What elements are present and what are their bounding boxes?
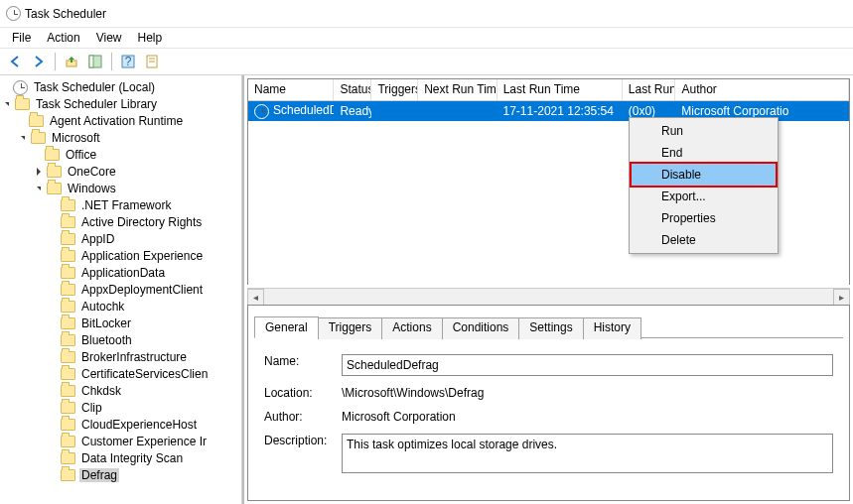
- tab-general[interactable]: General: [254, 316, 319, 338]
- forward-icon: [32, 55, 46, 68]
- tree-node-application-experience[interactable]: Application Experience: [0, 248, 241, 264]
- tree-node-customer-experience-ir[interactable]: Customer Experience Ir: [0, 434, 241, 449]
- toggle-open-icon[interactable]: [0, 98, 13, 111]
- tab-history[interactable]: History: [583, 317, 641, 339]
- description-field[interactable]: [342, 434, 833, 473]
- context-menu-disable[interactable]: Disable: [630, 162, 778, 188]
- back-button[interactable]: [4, 51, 26, 72]
- tree-node-autochk[interactable]: Autochk: [0, 299, 241, 315]
- folder-icon: [47, 166, 62, 178]
- tree-label: Task Scheduler Library: [34, 97, 159, 111]
- tree-label: Office: [64, 148, 98, 162]
- tree-label: Microsoft: [50, 131, 102, 145]
- menu-action[interactable]: Action: [39, 29, 87, 47]
- tab-triggers[interactable]: Triggers: [318, 317, 383, 339]
- tree-pane[interactable]: Task Scheduler (Local)Task Scheduler Lib…: [0, 75, 242, 504]
- details-pane: GeneralTriggersActionsConditionsSettings…: [247, 305, 850, 501]
- menu-view[interactable]: View: [88, 29, 130, 47]
- tree-label: Customer Experience Ir: [79, 435, 209, 448]
- tree-node-brokerinfrastructure[interactable]: BrokerInfrastructure: [0, 349, 241, 365]
- tab-actions[interactable]: Actions: [381, 317, 442, 339]
- toolbar-separator: [55, 53, 56, 70]
- tab-settings[interactable]: Settings: [518, 317, 583, 339]
- folder-icon: [61, 216, 75, 228]
- tree-node-agent-activation-runtime[interactable]: Agent Activation Runtime: [0, 113, 241, 129]
- folder-icon: [47, 183, 62, 194]
- column-header-status[interactable]: Status: [334, 79, 371, 100]
- tree-label: Clip: [79, 401, 104, 415]
- context-menu-properties[interactable]: Properties: [632, 207, 776, 229]
- tree-node-clip[interactable]: Clip: [0, 400, 241, 416]
- horizontal-scrollbar[interactable]: ◂ ▸: [247, 288, 850, 305]
- folder-icon: [15, 98, 30, 110]
- app-icon: [6, 6, 21, 21]
- location-label: Location:: [264, 386, 342, 400]
- tree-node-appid[interactable]: AppID: [0, 231, 241, 247]
- toolbar-separator: [111, 53, 112, 70]
- tree-pane-icon: [88, 55, 102, 68]
- context-menu-end[interactable]: End: [632, 142, 776, 164]
- toggle-open-icon[interactable]: [32, 183, 45, 195]
- tree-label: ApplicationData: [79, 266, 167, 280]
- scroll-left-button[interactable]: ◂: [247, 289, 264, 306]
- tree-node-windows[interactable]: Windows: [0, 181, 241, 196]
- tree-label: OneCore: [66, 165, 118, 179]
- column-header-name[interactable]: Name: [248, 79, 334, 100]
- tab-body-general: Name: Location: \Microsoft\Windows\Defra…: [254, 338, 843, 502]
- cell-next-run-time: [418, 109, 498, 113]
- cell-name: ScheduledD...: [248, 101, 334, 120]
- folder-up-icon: [65, 55, 78, 68]
- folder-icon: [61, 267, 75, 279]
- context-menu-run[interactable]: Run: [632, 120, 776, 142]
- column-header-author[interactable]: Author: [675, 79, 849, 100]
- tree-label: AppID: [79, 232, 116, 246]
- tree-node-microsoft[interactable]: Microsoft: [0, 130, 241, 146]
- folder-icon: [61, 368, 75, 380]
- column-header-last-run-result[interactable]: Last Run Result: [623, 79, 676, 100]
- tree-node-appxdeploymentclient[interactable]: AppxDeploymentClient: [0, 282, 241, 298]
- tree-label: Active Directory Rights: [79, 215, 204, 229]
- context-menu-export-[interactable]: Export...: [632, 186, 776, 207]
- menu-file[interactable]: File: [4, 29, 39, 47]
- tree-node-active-directory-rights[interactable]: Active Directory Rights: [0, 214, 241, 230]
- tree-node-cloudexperiencehost[interactable]: CloudExperienceHost: [0, 417, 241, 433]
- tree-label: CloudExperienceHost: [79, 418, 199, 432]
- help-button[interactable]: ?: [117, 51, 139, 72]
- properties-button[interactable]: [141, 51, 163, 72]
- tree-node-onecore[interactable]: OneCore: [0, 164, 241, 180]
- folder-icon: [61, 402, 75, 414]
- tree-node-data-integrity-scan[interactable]: Data Integrity Scan: [0, 450, 241, 466]
- folder-icon: [29, 115, 44, 127]
- toggle-open-icon[interactable]: [16, 132, 29, 145]
- tree-node-task-scheduler-library[interactable]: Task Scheduler Library: [0, 96, 241, 112]
- tab-conditions[interactable]: Conditions: [442, 317, 520, 339]
- context-menu-delete[interactable]: Delete: [632, 229, 776, 251]
- tree-node-task-scheduler-local-[interactable]: Task Scheduler (Local): [0, 79, 241, 95]
- tree-node-bitlocker[interactable]: BitLocker: [0, 315, 241, 331]
- tree-node-defrag[interactable]: Defrag: [0, 467, 241, 483]
- tree-node-chkdsk[interactable]: Chkdsk: [0, 383, 241, 399]
- up-button[interactable]: [61, 51, 82, 72]
- folder-icon: [61, 334, 75, 346]
- svg-rect-2: [89, 56, 93, 67]
- tree-node-certificateservicesclien[interactable]: CertificateServicesClien: [0, 366, 241, 382]
- forward-button[interactable]: [28, 51, 50, 72]
- name-label: Name:: [264, 354, 342, 376]
- folder-icon: [61, 452, 75, 464]
- tree-node-applicationdata[interactable]: ApplicationData: [0, 265, 241, 281]
- show-hide-tree-button[interactable]: [84, 51, 106, 72]
- column-header-triggers[interactable]: Triggers: [371, 79, 418, 100]
- folder-icon: [61, 385, 75, 397]
- toolbar: ?: [0, 48, 853, 75]
- scroll-right-button[interactable]: ▸: [833, 289, 850, 306]
- cell-last-run-time: 17-11-2021 12:35:54: [498, 102, 623, 120]
- menu-help[interactable]: Help: [130, 29, 171, 47]
- column-header-next-run-time[interactable]: Next Run Time: [418, 79, 498, 100]
- toggle-closed-icon[interactable]: [32, 166, 45, 179]
- tree-node--net-framework[interactable]: .NET Framework: [0, 197, 241, 213]
- folder-icon: [61, 284, 75, 296]
- tree-node-office[interactable]: Office: [0, 147, 241, 163]
- name-field[interactable]: [342, 354, 833, 376]
- column-header-last-run-time[interactable]: Last Run Time: [498, 79, 623, 100]
- tree-node-bluetooth[interactable]: Bluetooth: [0, 332, 241, 348]
